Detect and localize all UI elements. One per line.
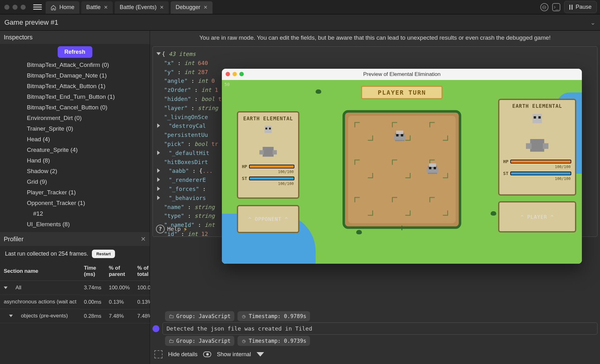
log-group-chip[interactable]: 🗀 Group: JavaScript — [165, 311, 234, 321]
tab-battle-events[interactable]: Battle (Events) ✕ — [115, 1, 169, 14]
chevron-right-icon[interactable] — [157, 196, 160, 200]
traffic-close-icon[interactable] — [226, 72, 230, 76]
col-section[interactable]: Section name — [0, 262, 80, 281]
tab-home[interactable]: Home — [46, 1, 79, 14]
close-icon[interactable]: ✕ — [104, 4, 108, 10]
close-icon[interactable]: ✕ — [141, 235, 146, 243]
help-label[interactable]: Help — [167, 225, 181, 234]
json-value[interactable]: 0 — [211, 77, 215, 84]
tab-debugger[interactable]: Debugger ✕ — [171, 1, 212, 14]
show-internal-toggle[interactable]: Show internal — [217, 351, 251, 358]
bolt-icon[interactable]: ⚡ — [183, 224, 187, 235]
inspectors-list[interactable]: BitmapText_Attack_Confirm (0) BitmapText… — [0, 44, 150, 232]
grid-cell[interactable] — [429, 122, 448, 141]
log-message[interactable]: Detected the json file was created in Ti… — [162, 322, 598, 335]
json-value[interactable]: 12 — [201, 231, 208, 237]
chevron-right-icon[interactable] — [157, 151, 160, 155]
grid-cell[interactable] — [429, 197, 448, 216]
game-preview-window[interactable]: Preview of Elemental Elimination 50 PLAY… — [222, 69, 582, 264]
refresh-button[interactable]: Refresh — [58, 46, 92, 58]
player-footer-card[interactable]: ^ PLAYER ^ — [498, 201, 576, 232]
tab-battle[interactable]: Battle ✕ — [81, 1, 113, 14]
grid-cell[interactable] — [354, 122, 373, 141]
chevron-down-icon[interactable] — [157, 52, 161, 55]
list-item[interactable]: Opponent_Tracker (1) — [0, 198, 150, 208]
list-item-child[interactable]: #12 — [0, 208, 150, 219]
json-value[interactable]: 640 — [198, 60, 208, 66]
list-item[interactable]: Hand (8) — [0, 155, 150, 166]
console-toggle-icon[interactable]: ›_ — [552, 3, 560, 11]
chevron-down-icon[interactable]: ⌄ — [590, 19, 596, 26]
log-group-chip[interactable]: 🗀 Group: JavaScript — [165, 336, 234, 346]
list-item[interactable]: Creature_Sprite (4) — [0, 145, 150, 155]
list-item[interactable]: Environment_Dirt (0) — [0, 113, 150, 123]
eye-icon[interactable] — [203, 352, 211, 357]
chevron-right-icon[interactable] — [157, 168, 160, 173]
json-value[interactable]: 1 — [215, 87, 218, 93]
list-item[interactable]: Trainer_Sprite (0) — [0, 123, 150, 134]
list-item[interactable]: Grid (9) — [0, 177, 150, 187]
list-item[interactable]: Player_Tracker (1) — [0, 187, 150, 198]
traffic-min-icon[interactable] — [232, 72, 237, 76]
creature-sprite[interactable] — [423, 161, 442, 180]
list-item[interactable]: BitmapText_End_Turn_Button (1) — [0, 92, 150, 102]
list-item[interactable]: UI_Elements (8) — [0, 219, 150, 230]
hide-details-toggle[interactable]: Hide details — [168, 351, 198, 358]
filter-icon[interactable] — [257, 352, 264, 357]
table-row[interactable]: All 3.74ms 100.00% 100.00% — [0, 281, 162, 295]
table-row[interactable]: objects (pre-events) 0.28ms 7.48% 7.48% — [0, 309, 162, 323]
chevron-right-icon[interactable] — [157, 177, 160, 182]
player-card[interactable]: EARTH ELEMENTAL HP 100/100 ST 100/100 — [498, 99, 576, 196]
cell: 0.00ms — [80, 295, 105, 309]
chevron-right-icon[interactable] — [157, 187, 160, 191]
col-parent[interactable]: % of parent — [105, 262, 133, 281]
svg-rect-2 — [396, 131, 403, 134]
opponent-card[interactable]: EARTH ELEMENTAL HP 100/100 ST 100/100 — [237, 111, 299, 199]
log-timestamp-chip[interactable]: ◷ Timestamp: 0.9789s — [238, 311, 310, 321]
svg-rect-1 — [394, 135, 406, 140]
col-time[interactable]: Time (ms) — [80, 262, 105, 281]
minimap-toggle-icon[interactable]: ⊖ — [540, 3, 548, 11]
creature-sprite[interactable] — [390, 128, 409, 147]
traffic-close-icon[interactable] — [4, 5, 9, 10]
hp-label: HP — [503, 159, 508, 164]
game-canvas[interactable]: 50 PLAYER TURN — [222, 80, 582, 264]
svg-rect-15 — [272, 150, 277, 155]
select-rect-icon[interactable] — [154, 350, 162, 358]
log-timestamp-chip[interactable]: ◷ Timestamp: 0.9739s — [238, 336, 310, 346]
pause-button[interactable]: Pause — [564, 1, 597, 13]
grid-cell[interactable] — [392, 159, 411, 178]
chevron-down-icon[interactable] — [9, 315, 13, 317]
grid-cell[interactable] — [354, 197, 373, 216]
json-value[interactable]: 287 — [198, 69, 208, 75]
tab-row: Home Battle ✕ Battle (Events) ✕ Debugger… — [45, 0, 213, 14]
json-value[interactable]: tr — [211, 141, 218, 147]
hamburger-menu-icon[interactable] — [33, 4, 42, 10]
list-item[interactable]: Shadow (2) — [0, 166, 150, 177]
traffic-max-icon[interactable] — [21, 5, 26, 10]
chevron-down-icon[interactable] — [4, 287, 8, 289]
restart-button[interactable]: Restart — [92, 250, 115, 258]
help-icon[interactable]: ? — [156, 225, 165, 233]
list-item[interactable]: BitmapText_Damage_Note (1) — [0, 70, 150, 81]
close-icon[interactable]: ✕ — [160, 4, 164, 10]
chevron-right-icon[interactable] — [157, 123, 160, 128]
list-item[interactable]: BitmapText_Attack_Confirm (0) — [0, 60, 150, 70]
traffic-max-icon[interactable] — [239, 72, 244, 76]
table-row[interactable]: asynchronous actions (wait act 0.00ms 0.… — [0, 295, 162, 309]
grid-cell[interactable] — [392, 197, 411, 216]
traffic-min-icon[interactable] — [12, 5, 18, 10]
add-tile-icon[interactable]: ＋ — [398, 222, 406, 233]
list-item[interactable]: Head (4) — [0, 134, 150, 145]
svg-rect-13 — [263, 147, 274, 157]
opponent-footer-card[interactable]: ^ OPPONENT ^ — [237, 205, 299, 233]
window-traffic-lights — [0, 5, 30, 10]
battle-grid[interactable]: ＋ — [342, 110, 461, 229]
svg-rect-8 — [429, 167, 432, 169]
list-item[interactable]: BitmapText_Cancel_Button (0) — [0, 102, 150, 113]
game-window-titlebar[interactable]: Preview of Elemental Elimination — [222, 69, 582, 80]
grid-cell[interactable] — [354, 159, 373, 178]
close-icon[interactable]: ✕ — [203, 4, 208, 10]
cell: objects (pre-events) — [21, 313, 68, 319]
list-item[interactable]: BitmapText_Attack_Button (1) — [0, 81, 150, 92]
